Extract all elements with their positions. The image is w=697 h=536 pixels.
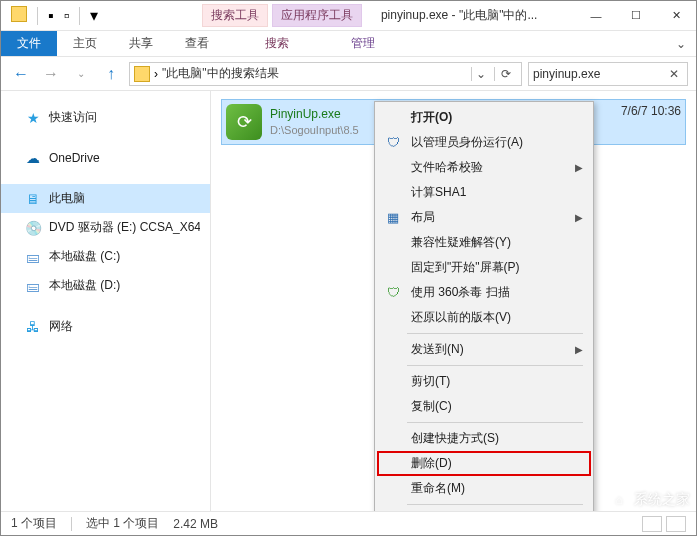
drive-icon: 🖴 [25, 278, 41, 294]
tab-share[interactable]: 共享 [113, 31, 169, 56]
context-menu: 打开(O) 🛡以管理员身份运行(A) 文件哈希校验▶ 计算SHA1 ▦布局▶ 兼… [374, 101, 594, 536]
ctx-label: 固定到"开始"屏幕(P) [411, 259, 520, 276]
qat-newfolder-icon[interactable]: ▫ [60, 3, 74, 29]
search-query-text: pinyinup.exe [533, 67, 665, 81]
ctx-layout[interactable]: ▦布局▶ [377, 205, 591, 230]
sidebar-item-label: 本地磁盘 (C:) [49, 248, 120, 265]
ctx-rename[interactable]: 重命名(M) [377, 476, 591, 501]
sidebar-item-disk-d[interactable]: 🖴本地磁盘 (D:) [1, 271, 210, 300]
separator [71, 517, 72, 531]
window-title: pinyinup.exe - "此电脑"中的... [362, 7, 576, 24]
file-date: 7/6/7 10:36 [621, 104, 681, 118]
chevron-right-icon: ▶ [575, 344, 583, 355]
nav-forward-button[interactable]: → [39, 62, 63, 86]
close-button[interactable]: ✕ [656, 1, 696, 31]
separator [407, 365, 583, 366]
maximize-button[interactable]: ☐ [616, 1, 656, 31]
ctx-label: 使用 360杀毒 扫描 [411, 284, 510, 301]
tab-search[interactable]: 搜索 [249, 31, 305, 56]
ctx-label: 计算SHA1 [411, 184, 466, 201]
nav-up-button[interactable]: ↑ [99, 62, 123, 86]
ctx-sha1[interactable]: 计算SHA1 [377, 180, 591, 205]
sidebar-item-dvd[interactable]: 💿DVD 驱动器 (E:) CCSA_X64FR [1, 213, 210, 242]
refresh-icon[interactable]: ⟳ [494, 67, 517, 81]
ctx-cut[interactable]: 剪切(T) [377, 369, 591, 394]
ctx-pin-start[interactable]: 固定到"开始"屏幕(P) [377, 255, 591, 280]
status-size: 2.42 MB [173, 517, 218, 531]
qat-dropdown-icon[interactable]: ▾ [86, 2, 102, 29]
address-box[interactable]: › "此电脑"中的搜索结果 ⌄ ⟳ [129, 62, 522, 86]
navigation-pane: ★快速访问 ☁OneDrive 🖥此电脑 💿DVD 驱动器 (E:) CCSA_… [1, 91, 211, 511]
search-tools-label: 搜索工具 [202, 4, 268, 27]
ctx-360-scan[interactable]: 🛡使用 360杀毒 扫描 [377, 280, 591, 305]
search-tools-group: 搜索工具 [202, 4, 268, 27]
sidebar-item-label: DVD 驱动器 (E:) CCSA_X64FR [49, 219, 200, 236]
nav-history-dropdown[interactable]: ⌄ [69, 62, 93, 86]
ctx-compat[interactable]: 兼容性疑难解答(Y) [377, 230, 591, 255]
sidebar-item-label: OneDrive [49, 151, 100, 165]
layout-icon: ▦ [385, 210, 401, 226]
explorer-icon [7, 2, 31, 30]
ctx-run-as-admin[interactable]: 🛡以管理员身份运行(A) [377, 130, 591, 155]
ctx-label: 删除(D) [411, 455, 452, 472]
shield-icon: 🛡 [385, 285, 401, 301]
nav-back-button[interactable]: ← [9, 62, 33, 86]
ctx-hash[interactable]: 文件哈希校验▶ [377, 155, 591, 180]
tab-file[interactable]: 文件 [1, 31, 57, 56]
separator [37, 7, 38, 25]
view-icons-button[interactable] [666, 516, 686, 532]
sidebar-item-label: 此电脑 [49, 190, 85, 207]
sidebar-item-label: 网络 [49, 318, 73, 335]
chevron-right-icon: ▶ [575, 162, 583, 173]
view-details-button[interactable] [642, 516, 662, 532]
minimize-button[interactable]: — [576, 1, 616, 31]
separator [407, 422, 583, 423]
ribbon-tabs: 文件 主页 共享 查看 搜索 管理 ⌄ [1, 31, 696, 57]
sidebar-item-network[interactable]: 🖧网络 [1, 312, 210, 341]
search-input[interactable]: pinyinup.exe ✕ [528, 62, 688, 86]
ctx-open[interactable]: 打开(O) [377, 105, 591, 130]
quick-access-toolbar: ▪ ▫ ▾ [1, 2, 102, 30]
ctx-send-to[interactable]: 发送到(N)▶ [377, 337, 591, 362]
sidebar-item-disk-c[interactable]: 🖴本地磁盘 (C:) [1, 242, 210, 271]
ctx-label: 文件哈希校验 [411, 159, 483, 176]
separator [407, 333, 583, 334]
shield-icon: 🛡 [385, 135, 401, 151]
status-item-count: 1 个项目 [11, 515, 57, 532]
pc-icon: 🖥 [25, 191, 41, 207]
chevron-right-icon: ▶ [575, 212, 583, 223]
sidebar-item-label: 本地磁盘 (D:) [49, 277, 120, 294]
search-clear-icon[interactable]: ✕ [665, 67, 683, 81]
sidebar-item-this-pc[interactable]: 🖥此电脑 [1, 184, 210, 213]
sidebar-item-onedrive[interactable]: ☁OneDrive [1, 144, 210, 172]
contextual-tab-groups: 搜索工具 应用程序工具 [202, 4, 362, 27]
qat-properties-icon[interactable]: ▪ [44, 3, 58, 29]
window-controls: — ☐ ✕ [576, 1, 696, 31]
ctx-label: 剪切(T) [411, 373, 450, 390]
tab-home[interactable]: 主页 [57, 31, 113, 56]
ctx-label: 打开(O) [411, 109, 452, 126]
app-tools-group: 应用程序工具 [272, 4, 362, 27]
drive-icon: 🖴 [25, 249, 41, 265]
ribbon-expand-icon[interactable]: ⌄ [666, 33, 696, 55]
ctx-create-shortcut[interactable]: 创建快捷方式(S) [377, 426, 591, 451]
ctx-restore-versions[interactable]: 还原以前的版本(V) [377, 305, 591, 330]
ctx-copy[interactable]: 复制(C) [377, 394, 591, 419]
tab-manage[interactable]: 管理 [335, 31, 391, 56]
disc-icon: 💿 [25, 220, 41, 236]
sidebar-item-label: 快速访问 [49, 109, 97, 126]
ctx-label: 以管理员身份运行(A) [411, 134, 523, 151]
separator [407, 504, 583, 505]
ctx-label: 还原以前的版本(V) [411, 309, 511, 326]
ctx-delete[interactable]: 删除(D) [377, 451, 591, 476]
ctx-label: 发送到(N) [411, 341, 464, 358]
network-icon: 🖧 [25, 319, 41, 335]
address-bar: ← → ⌄ ↑ › "此电脑"中的搜索结果 ⌄ ⟳ pinyinup.exe ✕ [1, 57, 696, 91]
status-selected: 选中 1 个项目 [86, 515, 159, 532]
breadcrumb-text[interactable]: "此电脑"中的搜索结果 [162, 65, 467, 82]
tab-view[interactable]: 查看 [169, 31, 225, 56]
address-dropdown-icon[interactable]: ⌄ [471, 67, 490, 81]
cloud-icon: ☁ [25, 150, 41, 166]
breadcrumb-sep: › [154, 67, 158, 81]
sidebar-item-quick-access[interactable]: ★快速访问 [1, 103, 210, 132]
